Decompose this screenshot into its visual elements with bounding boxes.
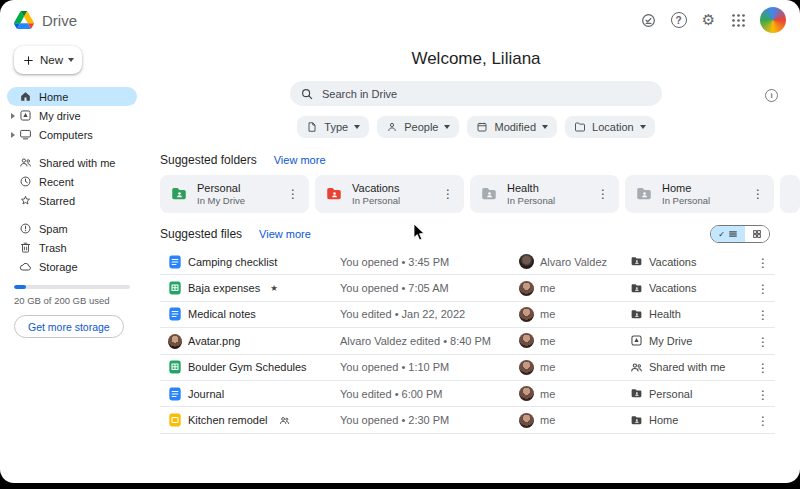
folders-view-more-link[interactable]: View more (274, 154, 326, 166)
docs-file-icon (168, 387, 182, 401)
folder-card-home[interactable]: Home In Personal ⋮ (625, 175, 774, 213)
more-options-icon[interactable]: ⋮ (753, 254, 773, 272)
file-location[interactable]: Home (630, 414, 751, 427)
file-activity: You opened • 2:30 PM (340, 414, 519, 426)
file-location[interactable]: Health (630, 308, 751, 321)
sidebar-item-trash[interactable]: Trash (7, 238, 137, 257)
search-bar[interactable] (290, 81, 662, 106)
shared-folder-icon (630, 255, 643, 268)
file-location[interactable]: My Drive (630, 334, 751, 347)
more-options-icon[interactable]: ⋮ (753, 359, 773, 377)
file-location[interactable]: Vacations (630, 282, 751, 295)
more-options-icon[interactable]: ⋮ (753, 386, 773, 404)
sidebar-item-recent[interactable]: Recent (7, 172, 137, 191)
folder-card-health[interactable]: Health In Personal ⋮ (470, 175, 619, 213)
shared-people-icon (279, 415, 290, 426)
image-thumbnail (168, 334, 182, 348)
list-view-icon (728, 229, 738, 239)
owner-name: me (540, 282, 555, 294)
docs-file-icon (168, 307, 182, 321)
file-row-journal[interactable]: Journal You edited • 6:00 PM me Personal… (160, 381, 775, 407)
file-row-baja-expenses[interactable]: Baja expenses ★ You opened • 7:05 AM me … (160, 275, 775, 301)
files-view-more-link[interactable]: View more (259, 228, 311, 240)
file-row-medical-notes[interactable]: Medical notes You edited • Jan 22, 2022 … (160, 302, 775, 328)
filter-chip-location[interactable]: Location (565, 116, 655, 138)
sidebar-item-my-drive[interactable]: My drive (7, 106, 137, 125)
offline-status-icon[interactable] (640, 12, 657, 29)
folder-card-name: Home (662, 182, 739, 194)
filter-chip-type[interactable]: Type (297, 116, 369, 138)
owner-avatar (519, 281, 534, 296)
file-row-boulder-gym-schedules[interactable]: Boulder Gym Schedules You opened • 1:10 … (160, 355, 775, 381)
info-icon[interactable]: i (765, 89, 778, 102)
more-options-icon[interactable]: ⋮ (753, 306, 773, 324)
file-activity: You edited • 6:00 PM (340, 388, 519, 400)
chevron-down-icon (542, 125, 548, 129)
folder-card-vacations[interactable]: Vacations In Personal ⋮ (315, 175, 464, 213)
file-row-kitchen-remodel[interactable]: Kitchen remodel You opened • 2:30 PM me … (160, 407, 775, 433)
search-icon (300, 87, 314, 101)
more-options-icon[interactable]: ⋮ (748, 186, 768, 202)
owner-avatar (519, 386, 534, 401)
more-options-icon[interactable]: ⋮ (438, 186, 458, 202)
filter-chip-modified[interactable]: Modified (467, 116, 557, 138)
sidebar-item-starred[interactable]: Starred (7, 191, 137, 210)
top-bar: Drive ? ⚙ (0, 0, 800, 40)
suggested-files-section: Suggested files View more ✓ (152, 225, 800, 434)
more-options-icon[interactable]: ⋮ (753, 412, 773, 430)
owner-name: me (540, 361, 555, 373)
calendar-icon (476, 121, 488, 133)
apps-grid-icon[interactable] (730, 12, 747, 29)
sidebar-item-computers[interactable]: Computers (7, 125, 137, 144)
sidebar-item-spam[interactable]: Spam (7, 219, 137, 238)
folder-cards-row: Personal In My Drive ⋮ Vacations In Pers… (152, 175, 800, 213)
file-row-avatar-png[interactable]: Avatar.png Alvaro Valdez edited • 8:40 P… (160, 328, 775, 354)
file-row-camping-checklist[interactable]: Camping checklist You opened • 3:45 PM A… (160, 249, 775, 275)
home-icon (19, 90, 32, 103)
more-options-icon[interactable]: ⋮ (593, 186, 613, 202)
list-view-button[interactable]: ✓ (711, 226, 745, 242)
clock-icon (19, 175, 32, 188)
get-more-storage-button[interactable]: Get more storage (14, 315, 124, 338)
expand-caret-icon[interactable] (11, 113, 15, 119)
search-input[interactable] (322, 88, 652, 100)
slides-file-icon (168, 413, 182, 427)
grid-view-icon (752, 229, 762, 239)
owner-avatar (519, 254, 534, 269)
sidebar-item-storage[interactable]: Storage (7, 257, 137, 276)
expand-caret-icon[interactable] (11, 132, 15, 138)
suggested-files-title: Suggested files (160, 227, 242, 241)
file-activity: You opened • 3:45 PM (340, 256, 519, 268)
shared-folder-icon (480, 185, 498, 203)
grid-view-button[interactable] (745, 226, 769, 242)
sidebar-item-home[interactable]: Home (7, 87, 137, 106)
account-avatar[interactable] (760, 7, 786, 33)
more-options-icon[interactable]: ⋮ (283, 186, 303, 202)
file-location[interactable]: Shared with me (630, 361, 751, 374)
file-type-icon (306, 121, 318, 133)
drive-logo-area[interactable]: Drive (14, 11, 77, 29)
folder-card-personal[interactable]: Personal In My Drive ⋮ (160, 175, 309, 213)
cloud-icon (19, 260, 32, 273)
filter-chip-people[interactable]: People (377, 116, 459, 138)
file-location[interactable]: Vacations (630, 255, 751, 268)
plus-icon (22, 54, 35, 67)
new-button[interactable]: New (14, 46, 82, 74)
settings-gear-icon[interactable]: ⚙ (700, 12, 717, 29)
shared-folder-icon (630, 387, 643, 400)
more-options-icon[interactable]: ⋮ (753, 280, 773, 298)
sidebar: New Home (0, 40, 152, 434)
file-activity: You edited • Jan 22, 2022 (340, 308, 519, 320)
help-icon[interactable]: ? (670, 12, 687, 29)
file-location[interactable]: Personal (630, 387, 751, 400)
owner-avatar (519, 360, 534, 375)
shared-folder-icon (630, 308, 643, 321)
docs-file-icon (168, 255, 182, 269)
check-icon: ✓ (718, 230, 725, 239)
folder-card-partial[interactable] (780, 175, 800, 213)
more-options-icon[interactable]: ⋮ (753, 333, 773, 351)
sidebar-item-shared-with-me[interactable]: Shared with me (7, 153, 137, 172)
folder-card-location: In My Drive (197, 195, 274, 206)
file-activity: You opened • 1:10 PM (340, 361, 519, 373)
sheets-file-icon (168, 281, 182, 295)
